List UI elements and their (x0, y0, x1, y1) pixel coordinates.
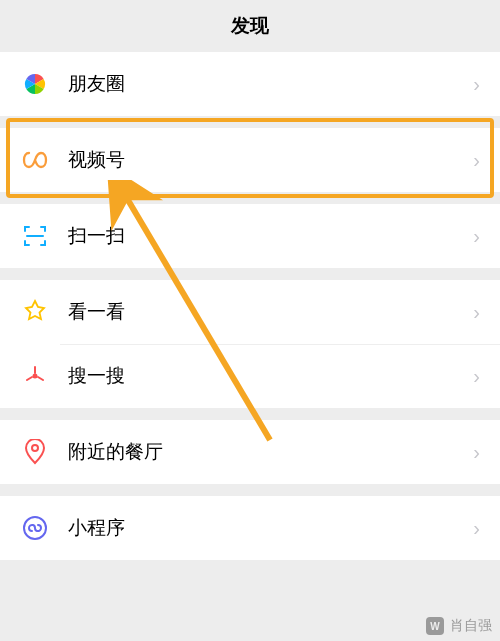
list-item-top-stories[interactable]: 看一看 › (0, 280, 500, 344)
discover-list: 朋友圈 › 视频号 › 扫一扫 › (0, 52, 500, 560)
svg-line-3 (27, 377, 32, 380)
scan-icon (20, 221, 50, 251)
list-item-channels[interactable]: 视频号 › (0, 128, 500, 192)
list-item-moments[interactable]: 朋友圈 › (0, 52, 500, 116)
chevron-right-icon: › (473, 517, 480, 540)
watermark-label: 肖自强 (450, 617, 492, 635)
miniprogram-icon (20, 513, 50, 543)
channels-icon (20, 145, 50, 175)
nearby-icon (20, 437, 50, 467)
list-item-mini-programs[interactable]: 小程序 › (0, 496, 500, 560)
list-item-label: 小程序 (68, 515, 473, 541)
moments-icon (20, 69, 50, 99)
list-item-label: 扫一扫 (68, 223, 473, 249)
list-item-label: 看一看 (68, 299, 473, 325)
page-title: 发现 (0, 0, 500, 52)
watermark: W 肖自强 (426, 617, 492, 635)
list-item-label: 朋友圈 (68, 71, 473, 97)
list-item-scan[interactable]: 扫一扫 › (0, 204, 500, 268)
chevron-right-icon: › (473, 73, 480, 96)
search-icon (20, 361, 50, 391)
svg-point-5 (34, 375, 37, 378)
watermark-icon: W (426, 617, 444, 635)
chevron-right-icon: › (473, 365, 480, 388)
chevron-right-icon: › (473, 149, 480, 172)
list-item-label: 附近的餐厅 (68, 439, 473, 465)
list-item-label: 搜一搜 (68, 363, 473, 389)
top-stories-icon (20, 297, 50, 327)
chevron-right-icon: › (473, 441, 480, 464)
list-item-search[interactable]: 搜一搜 › (0, 344, 500, 408)
svg-point-6 (32, 445, 38, 451)
list-item-nearby-restaurant[interactable]: 附近的餐厅 › (0, 420, 500, 484)
chevron-right-icon: › (473, 225, 480, 248)
chevron-right-icon: › (473, 301, 480, 324)
list-item-label: 视频号 (68, 147, 473, 173)
svg-line-4 (38, 377, 43, 380)
svg-marker-1 (26, 301, 44, 319)
